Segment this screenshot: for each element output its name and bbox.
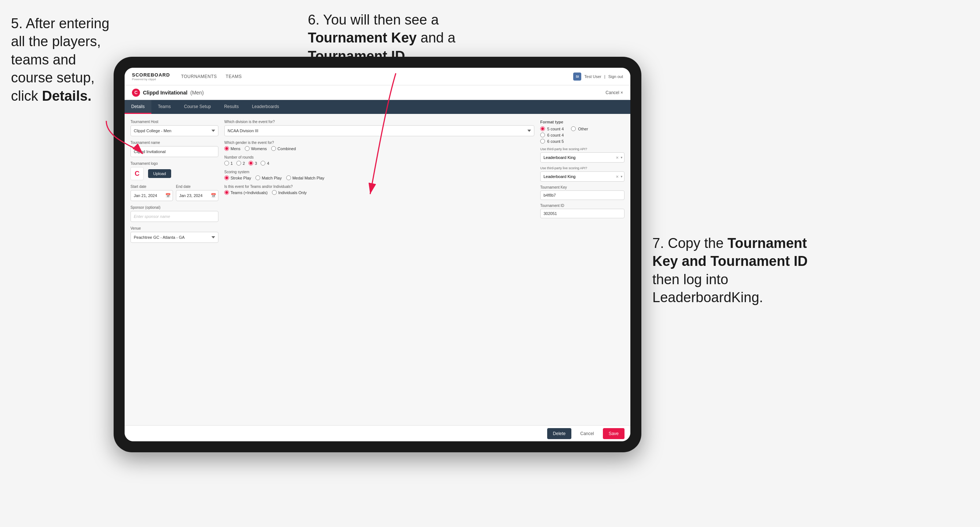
end-date-wrap: 📅 (176, 190, 218, 201)
top-nav: SCOREBOARD Powered by clippd TOURNAMENTS… (125, 68, 630, 85)
start-date-label: Start date (130, 184, 173, 189)
format-6count4[interactable]: 6 count 4 (540, 133, 564, 137)
user-avatar: SI (573, 73, 581, 81)
sponsor-group: Sponsor (optional) (130, 205, 218, 222)
annotation-left: 5. After entering all the players, teams… (11, 15, 117, 105)
round-4[interactable]: 4 (261, 161, 269, 165)
venue-group: Venue Peachtree GC - Atlanta - GA (130, 226, 218, 243)
round-3[interactable]: 3 (248, 161, 257, 165)
division-group: Which division is the event for? NCAA Di… (224, 120, 535, 136)
nav-teams[interactable]: TEAMS (226, 74, 242, 79)
date-row: Start date 📅 End date 📅 (130, 184, 218, 201)
save-button[interactable]: Save (603, 428, 625, 439)
scoring-radio-group: Stroke Play Match Play Medal Match Play (224, 175, 535, 180)
gender-mens[interactable]: Mens (224, 146, 240, 151)
tablet-screen: SCOREBOARD Powered by clippd TOURNAMENTS… (125, 68, 630, 441)
middle-column: Which division is the event for? NCAA Di… (224, 120, 535, 419)
leaderboard-dropdown-1[interactable]: Leaderboard King (540, 152, 625, 163)
chevron-icon-1: ▼ (620, 156, 623, 159)
format-options: 5 count 4 6 count 4 6 count 5 (540, 126, 625, 144)
clear-icon-2[interactable]: ✕ (616, 175, 619, 179)
venue-select[interactable]: Peachtree GC - Atlanta - GA (130, 232, 218, 243)
end-date-group: End date 📅 (176, 184, 218, 201)
logo-preview: C (130, 167, 144, 180)
annotation-top-right: 6. You will then see a Tournament Key an… (308, 11, 513, 65)
venue-label: Venue (130, 226, 218, 230)
footer-cancel-button[interactable]: Cancel (574, 428, 600, 439)
tab-teams[interactable]: Teams (151, 100, 177, 114)
tournament-logo: C (132, 89, 140, 97)
annotation-bottom-right: 7. Copy the Tournament Key and Tournamen… (652, 234, 835, 307)
logo-letter: C (135, 170, 140, 178)
name-group: Tournament name (130, 141, 218, 157)
teams-option[interactable]: Teams (+Individuals) (224, 190, 267, 195)
division-select[interactable]: NCAA Division III (224, 125, 535, 136)
scoring-label: Scoring system (224, 170, 535, 174)
calendar-icon: 📅 (165, 193, 171, 198)
gender-radio-group: Mens Womens Combined (224, 146, 535, 151)
format-other[interactable]: Other (571, 126, 588, 131)
gender-group: Which gender is the event for? Mens Wome… (224, 141, 535, 151)
teams-label: Is this event for Teams and/or Individua… (224, 184, 535, 189)
format-5count4[interactable]: 5 count 4 (540, 126, 564, 131)
third-party-section-2: Use third-party live scoring API? Leader… (540, 166, 625, 182)
third-party-section-1: Use third-party live scoring API? Leader… (540, 147, 625, 163)
third-party-label-2: Use third-party live scoring API? (540, 166, 625, 170)
right-column: Format type 5 count 4 6 count 4 (540, 120, 625, 419)
host-select[interactable]: Clippd College - Men (130, 125, 218, 136)
delete-button[interactable]: Delete (547, 428, 572, 439)
tournament-title-bar: C Clippd Invitational (Men) (132, 89, 605, 97)
tournament-id-value: 302051 (540, 209, 625, 218)
tab-details[interactable]: Details (125, 100, 151, 114)
third-party-label-1: Use third-party live scoring API? (540, 147, 625, 151)
leaderboard-select-2: Leaderboard King ✕ ▼ (540, 171, 625, 182)
leaderboard-select-1: Leaderboard King ✕ ▼ (540, 152, 625, 163)
sign-out-link[interactable]: Sign out (608, 75, 623, 79)
logo-upload-area: C Upload (130, 167, 218, 180)
gender-combined[interactable]: Combined (271, 146, 296, 151)
tournament-id-label: Tournament ID (540, 204, 625, 208)
annotation-bottom-right-text: 7. Copy the Tournament Key and Tournamen… (652, 235, 808, 305)
tab-leaderboards[interactable]: Leaderboards (245, 100, 285, 114)
user-name: Test User (584, 75, 601, 79)
clear-icon-1[interactable]: ✕ (616, 156, 619, 160)
round-2[interactable]: 2 (236, 161, 245, 165)
logo-group: Tournament logo C Upload (130, 162, 218, 180)
tab-bar: Details Teams Course Setup Results Leade… (125, 100, 630, 114)
nav-tournaments[interactable]: TOURNAMENTS (181, 74, 217, 79)
scoring-medal[interactable]: Medal Match Play (286, 175, 325, 180)
scoring-stroke[interactable]: Stroke Play (224, 175, 251, 180)
round-1[interactable]: 1 (224, 161, 233, 165)
leaderboard-dropdown-2[interactable]: Leaderboard King (540, 171, 625, 182)
name-input[interactable] (130, 146, 218, 157)
scoring-match[interactable]: Match Play (255, 175, 282, 180)
left-column: Tournament Host Clippd College - Men Tou… (130, 120, 218, 419)
gender-label: Which gender is the event for? (224, 141, 535, 144)
tab-course-setup[interactable]: Course Setup (177, 100, 217, 114)
rounds-group: Number of rounds 1 2 3 4 (224, 155, 535, 165)
tournament-key-label: Tournament Key (540, 185, 625, 189)
footer-bar: Delete Cancel Save (125, 425, 630, 441)
host-group: Tournament Host Clippd College - Men (130, 120, 218, 136)
tablet-frame: SCOREBOARD Powered by clippd TOURNAMENTS… (114, 57, 641, 452)
upload-button[interactable]: Upload (148, 169, 171, 178)
format-6count5[interactable]: 6 count 5 (540, 139, 564, 144)
rounds-radio-group: 1 2 3 4 (224, 161, 535, 165)
cancel-button[interactable]: Cancel × (605, 90, 623, 95)
main-content: Tournament Host Clippd College - Men Tou… (125, 114, 630, 425)
scoring-group: Scoring system Stroke Play Match Play (224, 170, 535, 180)
annotation-left-text: 5. After entering all the players, teams… (11, 16, 109, 104)
teams-radio-group: Teams (+Individuals) Individuals Only (224, 190, 535, 195)
calendar-icon-2: 📅 (211, 193, 216, 198)
tournament-name: Clippd Invitational (Men) (143, 90, 204, 95)
logo-area: SCOREBOARD Powered by clippd (132, 72, 170, 81)
individuals-option[interactable]: Individuals Only (272, 190, 307, 195)
end-date-label: End date (176, 184, 218, 189)
nav-separator: | (605, 75, 605, 79)
logo-label: Tournament logo (130, 162, 218, 165)
host-label: Tournament Host (130, 120, 218, 124)
sponsor-input[interactable] (130, 211, 218, 222)
tournament-key-value: b4f8b7 (540, 190, 625, 200)
gender-womens[interactable]: Womens (245, 146, 267, 151)
tab-results[interactable]: Results (217, 100, 245, 114)
